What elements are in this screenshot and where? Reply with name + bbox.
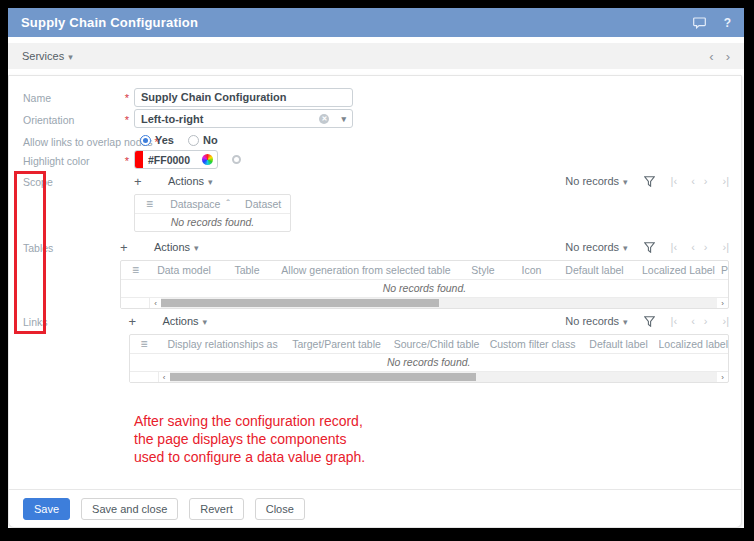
reset-color-icon[interactable] [232,155,241,164]
previous-page-icon[interactable]: ‹ [691,241,695,253]
filter-icon[interactable] [644,176,655,187]
annotation-highlight-box [14,171,46,334]
highlight-color-field-label: Highlight color [23,155,90,167]
column-header-custom-filter[interactable]: Custom filter class [487,338,579,350]
radio-option-no[interactable]: No [188,134,218,146]
next-page-icon[interactable]: › [704,175,708,187]
close-button[interactable]: Close [255,498,305,520]
links-table: ≡ Display relationships as Target/Parent… [129,334,729,383]
actions-menu-button[interactable]: Actions▾ [154,241,199,253]
row-menu-icon[interactable]: ≡ [121,263,150,277]
row-menu-icon[interactable]: ≡ [135,197,164,211]
empty-table-message: No records found. [130,354,728,371]
chevron-down-icon: ▾ [68,52,73,62]
chevron-down-icon: ▾ [623,177,628,187]
records-count-dropdown[interactable]: No records▾ [565,241,627,253]
first-page-icon[interactable]: |‹ [671,175,678,187]
scroll-left-icon[interactable]: ‹ [150,299,161,308]
column-header-default-label[interactable]: Default label [553,264,636,276]
color-picker-icon[interactable] [202,154,213,165]
add-record-button[interactable]: + [134,174,154,189]
column-header-localized-label[interactable]: Localized Label [636,264,721,276]
column-header-dataspace[interactable]: Dataspaceˆ [164,198,237,210]
previous-page-icon[interactable]: ‹ [691,315,695,327]
column-header-table[interactable]: Table [218,264,276,276]
column-header-display-relationships[interactable]: Display relationships as [159,338,287,350]
app-header: Supply Chain Configuration ? [8,8,744,37]
tables-section: Tables + Actions▾ No records▾ |‹ ‹ › ›| [9,238,741,309]
overlap-field-row: Allow links to overlap nodes* Yes No [9,131,741,150]
actions-menu-button[interactable]: Actions▾ [168,175,213,187]
page-title: Supply Chain Configuration [21,15,675,30]
links-table-header: ≡ Display relationships as Target/Parent… [130,335,728,354]
required-marker: * [121,114,133,126]
save-button[interactable]: Save [23,498,70,520]
filter-icon[interactable] [644,316,655,327]
next-record-icon[interactable]: › [726,49,730,64]
scrollbar-thumb[interactable] [170,373,477,381]
comment-icon[interactable] [693,17,706,29]
column-header-allow-generation[interactable]: Allow generation from selected table [276,264,456,276]
scroll-right-icon[interactable]: › [717,373,728,382]
chevron-down-icon: ▾ [341,114,346,124]
records-count-dropdown[interactable]: No records▾ [565,175,627,187]
scrollbar-track[interactable] [170,372,717,382]
first-page-icon[interactable]: |‹ [671,241,678,253]
column-header-dataset[interactable]: Dataset [236,198,290,210]
name-input[interactable] [134,88,353,107]
column-header-style[interactable]: Style [456,264,510,276]
scrollbar-thumb[interactable] [161,299,439,307]
add-record-button[interactable]: + [120,240,140,255]
highlight-color-input[interactable]: #FF0000 [134,150,218,169]
annotation-line-2: the page displays the components [134,430,365,448]
column-header-data-model[interactable]: Data model [150,264,218,276]
first-page-icon[interactable]: |‹ [671,315,678,327]
orientation-field-label: Orientation [23,114,74,126]
save-and-close-button[interactable]: Save and close [81,498,178,520]
row-menu-icon[interactable]: ≡ [130,337,159,351]
scroll-right-icon[interactable]: › [717,299,728,308]
chevron-down-icon: ▾ [623,317,628,327]
previous-record-icon[interactable]: ‹ [709,49,713,64]
radio-yes-label: Yes [155,134,174,146]
radio-unselected-icon[interactable] [188,135,199,146]
next-page-icon[interactable]: › [704,315,708,327]
pagination: |‹ ‹ › ›| [671,315,729,327]
clear-selection-icon[interactable]: ✕ [319,114,329,124]
radio-option-yes[interactable]: Yes [140,134,174,146]
form-card: Name * Orientation * Left-to-right ✕ ▾ [8,75,742,528]
next-page-icon[interactable]: › [704,241,708,253]
horizontal-scrollbar[interactable]: ‹ › [130,371,728,382]
column-header-localized-label[interactable]: Localized label [659,338,728,350]
scrollbar-fixed-cell [130,372,159,382]
pagination: |‹ ‹ › ›| [671,241,729,253]
pagination: |‹ ‹ › ›| [671,175,729,187]
scroll-left-icon[interactable]: ‹ [159,373,170,382]
services-menu-button[interactable]: Services▾ [22,50,73,62]
last-page-icon[interactable]: ›| [722,241,729,253]
orientation-select[interactable]: Left-to-right ✕ ▾ [134,109,353,128]
links-section: Links + Actions▾ No records▾ |‹ ‹ › ›| [9,312,741,383]
actions-menu-button[interactable]: Actions▾ [163,315,208,327]
revert-button[interactable]: Revert [189,498,243,520]
previous-page-icon[interactable]: ‹ [691,175,695,187]
empty-table-message: No records found. [135,214,290,231]
filter-icon[interactable] [644,242,655,253]
last-page-icon[interactable]: ›| [722,175,729,187]
records-count-dropdown[interactable]: No records▾ [565,315,627,327]
overlap-radio-group: Yes No [140,131,218,146]
last-page-icon[interactable]: ›| [722,315,729,327]
add-record-button[interactable]: + [129,314,149,329]
column-header-source-child[interactable]: Source/Child table [387,338,487,350]
name-field-label: Name [23,92,51,104]
column-header-default-label[interactable]: Default label [579,338,659,350]
tables-grid-toolbar: + Actions▾ No records▾ |‹ ‹ › ›| [120,238,729,256]
column-header-icon[interactable]: Icon [510,264,553,276]
name-field-row: Name * [9,87,741,109]
help-icon[interactable]: ? [724,16,731,30]
horizontal-scrollbar[interactable]: ‹ › [121,297,728,308]
scrollbar-track[interactable] [161,298,717,308]
column-header-target-parent[interactable]: Target/Parent table [287,338,387,350]
radio-selected-icon[interactable] [140,135,151,146]
column-header-clipped[interactable]: P [721,264,728,276]
